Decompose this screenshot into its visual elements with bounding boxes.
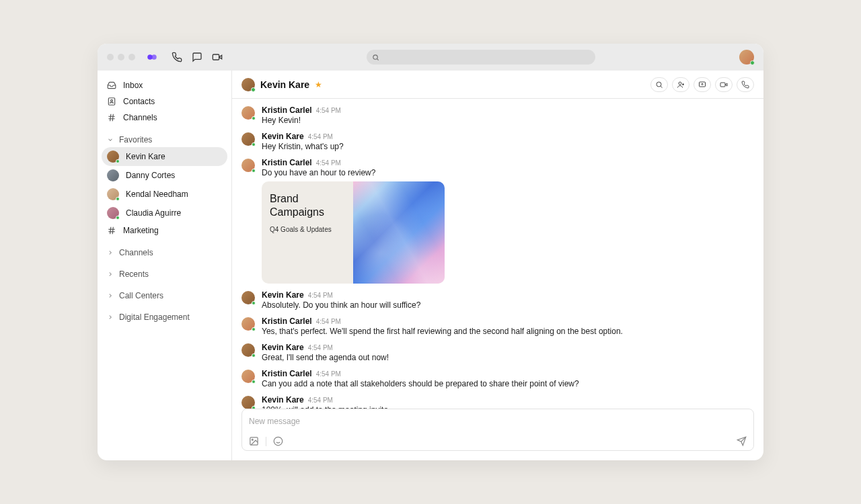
- message-text: Absolutely. Do you think an hour will su…: [262, 300, 754, 310]
- chevron-right-icon: [107, 314, 114, 321]
- message: Kristin Carlel 4:54 PM Yes, that's perfe…: [241, 317, 754, 336]
- attachment-card[interactable]: Brand Campaigns Q4 Goals & Updates: [262, 181, 445, 284]
- sidebar-section[interactable]: Digital Engagement: [98, 307, 231, 325]
- chat-icon[interactable]: [192, 52, 202, 62]
- divider: [266, 437, 266, 446]
- svg-rect-2: [213, 54, 219, 60]
- avatar: [107, 151, 119, 163]
- message-body: Kristin Carlel 4:54 PM Yes, that's perfe…: [262, 317, 754, 336]
- minimize-window[interactable]: [118, 54, 124, 60]
- search-icon: [372, 54, 379, 61]
- message-time: 4:54 PM: [316, 107, 341, 114]
- chat-header: Kevin Kare ★: [232, 71, 763, 99]
- phone-icon[interactable]: [172, 52, 182, 62]
- voice-call-button[interactable]: [737, 77, 754, 92]
- presence-dot-icon: [251, 87, 256, 92]
- chevron-right-icon: [107, 249, 114, 256]
- message: Kristin Carlel 4:54 PM Hey Kevin!: [241, 106, 754, 125]
- message-time: 4:54 PM: [316, 159, 341, 167]
- message-body: Kevin Kare 4:54 PM 100%, will add to the…: [262, 395, 754, 409]
- message-author: Kevin Kare: [262, 290, 304, 300]
- star-icon[interactable]: ★: [315, 80, 322, 89]
- presence-dot-icon: [252, 301, 256, 305]
- sidebar-section[interactable]: Channels: [98, 243, 231, 260]
- message-author: Kristin Carlel: [262, 158, 312, 167]
- message-author: Kristin Carlel: [262, 369, 312, 378]
- window-controls: [107, 54, 135, 60]
- sidebar-section-favorites[interactable]: Favorites: [98, 130, 231, 147]
- sidebar-nav-channels[interactable]: Channels: [98, 110, 231, 126]
- sidebar-item-label: Claudia Aguirre: [126, 208, 181, 218]
- svg-line-8: [110, 114, 111, 122]
- presence-dot-icon: [252, 169, 256, 173]
- section-label: Channels: [119, 248, 153, 257]
- message-text: Great, I'll send the agenda out now!: [262, 353, 754, 362]
- sidebar-section[interactable]: Call Centers: [98, 286, 231, 303]
- card-subtitle: Q4 Goals & Updates: [270, 226, 345, 233]
- sidebar-favorite-item[interactable]: Marketing: [98, 222, 231, 239]
- main-panel: Kevin Kare ★ Kristin Carlel 4:54 PM Hey …: [232, 71, 763, 460]
- svg-line-9: [112, 114, 113, 122]
- section-label: Digital Engagement: [119, 312, 190, 322]
- message-text: Do you have an hour to review?: [262, 168, 754, 177]
- emoji-icon[interactable]: [273, 436, 283, 446]
- svg-point-3: [373, 54, 377, 58]
- message-list[interactable]: Kristin Carlel 4:54 PM Hey Kevin! Kevin …: [232, 99, 763, 409]
- presence-dot-icon: [116, 159, 120, 163]
- sidebar-item-label: Kendal Needham: [126, 190, 188, 199]
- toolbar-icons: [172, 52, 223, 62]
- sidebar-section[interactable]: Recents: [98, 264, 231, 282]
- sidebar-favorite-item[interactable]: Kevin Kare: [102, 147, 227, 166]
- app-body: Inbox Contacts Channels Favorites Kevin …: [98, 71, 763, 460]
- chat-search-button[interactable]: [650, 77, 668, 92]
- sidebar-nav-contacts[interactable]: Contacts: [98, 93, 231, 110]
- composer-toolbar: [249, 432, 747, 446]
- message-author: Kevin Kare: [262, 343, 304, 352]
- sidebar-nav-inbox[interactable]: Inbox: [98, 77, 231, 93]
- profile-avatar[interactable]: [739, 50, 754, 65]
- presence-dot-icon: [116, 197, 120, 201]
- search-input[interactable]: [367, 50, 595, 65]
- message-header: Kevin Kare 4:54 PM: [262, 343, 754, 352]
- image-icon[interactable]: [249, 436, 259, 446]
- sidebar-favorite-item[interactable]: Danny Cortes: [98, 166, 231, 185]
- avatar: [107, 207, 119, 219]
- message-body: Kristin Carlel 4:54 PM Do you have an ho…: [262, 158, 754, 284]
- presence-dot-icon: [252, 116, 256, 120]
- composer-input[interactable]: [249, 417, 747, 426]
- avatar: [241, 343, 255, 357]
- send-icon[interactable]: [737, 436, 747, 446]
- message: Kevin Kare 4:54 PM Absolutely. Do you th…: [241, 290, 754, 310]
- card-title: Brand Campaigns: [270, 192, 345, 219]
- add-person-button[interactable]: [672, 77, 689, 92]
- avatar: [241, 132, 255, 146]
- message-author: Kevin Kare: [262, 395, 304, 405]
- sidebar-favorite-item[interactable]: Claudia Aguirre: [98, 204, 231, 222]
- message-time: 4:54 PM: [308, 344, 333, 351]
- message-time: 4:54 PM: [308, 133, 333, 140]
- svg-point-21: [252, 439, 253, 440]
- chevron-right-icon: [107, 292, 114, 299]
- svg-point-22: [274, 437, 283, 446]
- message-text: Can you add a note that all stakeholders…: [262, 379, 754, 388]
- chevron-right-icon: [107, 271, 114, 278]
- video-icon[interactable]: [212, 52, 223, 62]
- message-author: Kristin Carlel: [262, 317, 312, 326]
- svg-rect-19: [720, 83, 725, 87]
- message-header: Kevin Kare 4:54 PM: [262, 395, 754, 405]
- sidebar-nav-label: Inbox: [123, 81, 143, 90]
- message-composer: [241, 409, 754, 451]
- sidebar-favorite-item[interactable]: Kendal Needham: [98, 185, 231, 204]
- message-header: Kristin Carlel 4:54 PM: [262, 106, 754, 115]
- maximize-window[interactable]: [128, 54, 135, 60]
- svg-line-13: [112, 227, 113, 235]
- screen-share-button[interactable]: [694, 77, 711, 92]
- contacts-icon: [107, 97, 116, 106]
- avatar: [241, 159, 255, 172]
- app-logo-icon: [146, 51, 158, 63]
- close-window[interactable]: [107, 54, 114, 60]
- section-label: Favorites: [119, 135, 152, 144]
- video-call-button[interactable]: [715, 77, 733, 92]
- presence-dot-icon: [252, 406, 256, 409]
- sidebar-item-label: Danny Cortes: [126, 171, 175, 180]
